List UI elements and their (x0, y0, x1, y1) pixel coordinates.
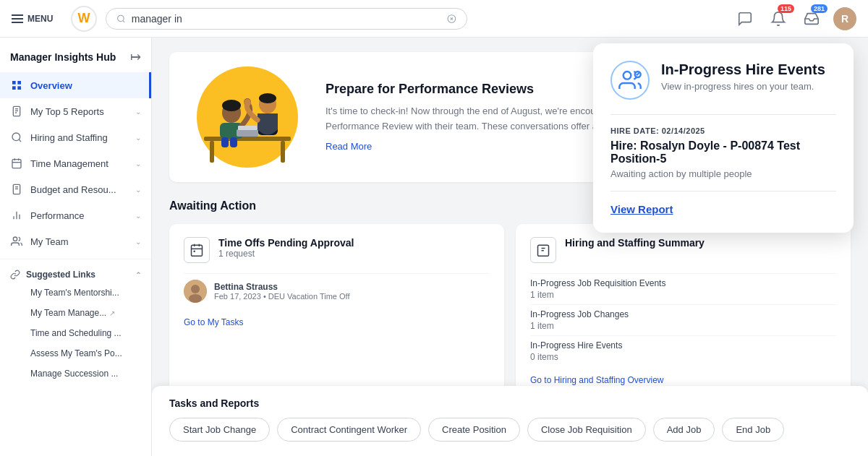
menu-button[interactable]: MENU (12, 14, 62, 24)
chat-button[interactable] (733, 7, 757, 30)
search-input[interactable] (132, 13, 441, 25)
sidebar-item-hiring[interactable]: Hiring and Staffing ⌄ (0, 124, 151, 150)
sidebar-sub-item-succession[interactable]: Manage Succession ... (0, 363, 151, 384)
sidebar-item-myteam[interactable]: My Team ⌄ (0, 228, 151, 254)
doc-icon (10, 105, 23, 118)
illustration-svg (190, 68, 305, 168)
grid-icon (10, 79, 23, 92)
go-to-hiring-link[interactable]: Go to Hiring and Staffing Overview (530, 375, 664, 385)
chevron-down-icon: ⌄ (135, 238, 141, 246)
stat-label: In-Progress Job Requisition Events (530, 278, 836, 288)
stat-label: In-Progress Job Changes (530, 309, 836, 319)
sidebar-sub-item-manage[interactable]: My Team Manage... ↗ (0, 303, 151, 323)
time-off-title: Time Offs Pending Approval (218, 237, 354, 249)
chevron-down-icon: ⌄ (135, 160, 141, 168)
sidebar-item-label: My Top 5 Reports (30, 106, 104, 117)
inbox-icon (804, 11, 820, 27)
sub-item-label: Manage Succession ... (30, 369, 118, 379)
popup-card: In-Progress Hire Events View in-progress… (593, 43, 854, 233)
workday-logo: W (71, 6, 97, 32)
sidebar-sub-item-assess[interactable]: Assess My Team's Po... (0, 343, 151, 363)
svg-point-48 (189, 294, 202, 303)
popup-icon (610, 61, 650, 100)
hero-illustration (190, 66, 305, 168)
sub-item-label: My Team Manage... (30, 308, 106, 318)
person-detail: Feb 17, 2023 • DEU Vacation Time Off (214, 292, 349, 301)
svg-rect-6 (17, 81, 21, 85)
svg-line-14 (19, 139, 21, 142)
budget-icon (10, 183, 23, 196)
read-more-link[interactable]: Read More (326, 141, 372, 152)
suggested-links-label: Suggested Links (26, 270, 95, 280)
search-bar[interactable] (106, 8, 467, 30)
start-job-change-button[interactable]: Start Job Change (169, 418, 270, 442)
sidebar-item-reports[interactable]: My Top 5 Reports ⌄ (0, 98, 151, 124)
svg-point-38 (244, 99, 251, 106)
view-report-link[interactable]: View Report (610, 203, 836, 215)
notification-badge: 115 (778, 4, 794, 13)
chevron-down-icon: ⌄ (135, 212, 141, 220)
close-job-requisition-button[interactable]: Close Job Requisition (527, 418, 646, 442)
svg-rect-40 (238, 126, 257, 130)
stat-value: 0 items (530, 352, 836, 362)
add-job-button[interactable]: Add Job (653, 418, 715, 442)
tasks-bar: Tasks and Reports Start Job Change Contr… (152, 386, 868, 456)
time-off-subtitle: 1 request (218, 249, 354, 259)
stat-row-hires: In-Progress Hire Events 0 items (530, 335, 836, 366)
user-avatar[interactable]: R (833, 7, 856, 30)
svg-rect-27 (210, 141, 214, 163)
chat-icon (737, 11, 753, 27)
svg-point-25 (13, 237, 17, 241)
sidebar-collapse-button[interactable]: ↦ (130, 49, 141, 65)
inbox-button[interactable]: 281 (800, 7, 823, 30)
popup-hire-date: HIRE DATE: 02/14/2025 (610, 126, 836, 135)
sidebar-sub-item-mentorship[interactable]: My Team's Mentorshi... (0, 283, 151, 303)
chart-icon (10, 209, 23, 222)
hiring-icon (530, 237, 556, 263)
inbox-badge: 281 (811, 4, 827, 13)
sidebar-item-overview[interactable]: Overview (0, 72, 151, 98)
hiring-title: Hiring and Staffing Summary (565, 237, 705, 249)
person-name: Bettina Strauss (214, 282, 349, 292)
external-link-icon: ↗ (109, 309, 115, 317)
popup-title: In-Progress Hire Events (661, 61, 825, 78)
awaiting-action-grid: Time Offs Pending Approval 1 request Bet… (169, 224, 851, 399)
chevron-down-icon: ⌄ (135, 186, 141, 194)
svg-point-13 (12, 133, 20, 141)
time-offs-card: Time Offs Pending Approval 1 request Bet… (169, 224, 504, 399)
sidebar-sub-item-time-scheduling[interactable]: Time and Scheduling ... (0, 323, 151, 343)
go-to-tasks-link[interactable]: Go to My Tasks (184, 317, 243, 327)
logo-letter: W (78, 11, 90, 26)
end-job-button[interactable]: End Job (722, 418, 784, 442)
search-icon (116, 14, 126, 24)
contract-contingent-worker-button[interactable]: Contract Contingent Worker (277, 418, 421, 442)
stat-label: In-Progress Hire Events (530, 340, 836, 350)
svg-rect-15 (12, 160, 21, 168)
sidebar-item-performance[interactable]: Performance ⌄ (0, 202, 151, 228)
topbar-icons: 115 281 R (733, 7, 856, 30)
svg-rect-39 (237, 129, 258, 137)
sub-item-label: Assess My Team's Po... (30, 348, 122, 358)
svg-rect-8 (17, 86, 21, 90)
calendar-icon (10, 157, 23, 170)
svg-rect-28 (281, 141, 285, 163)
hiring-staffing-card: Hiring and Staffing Summary In-Progress … (516, 224, 851, 399)
svg-rect-26 (204, 137, 291, 141)
bell-icon (770, 11, 786, 27)
hire-events-icon (618, 69, 642, 92)
svg-point-47 (191, 285, 200, 293)
suggested-links-header[interactable]: Suggested Links ⌃ (0, 264, 151, 283)
svg-point-36 (259, 93, 276, 103)
sidebar-item-budget[interactable]: Budget and Resou... ⌄ (0, 176, 151, 202)
clear-search-icon[interactable] (447, 14, 456, 24)
sidebar-item-label: Time Management (30, 158, 109, 169)
sidebar-item-time[interactable]: Time Management ⌄ (0, 150, 151, 176)
notifications-button[interactable]: 115 (767, 7, 790, 30)
popup-divider-2 (610, 191, 836, 192)
svg-rect-41 (192, 245, 203, 256)
people-icon (10, 235, 23, 248)
popup-hire-name: Hire: Rosalyn Doyle - P-00874 Test Posit… (610, 139, 836, 165)
svg-rect-32 (221, 137, 229, 147)
create-position-button[interactable]: Create Position (428, 418, 520, 442)
tasks-bar-title: Tasks and Reports (169, 397, 851, 409)
